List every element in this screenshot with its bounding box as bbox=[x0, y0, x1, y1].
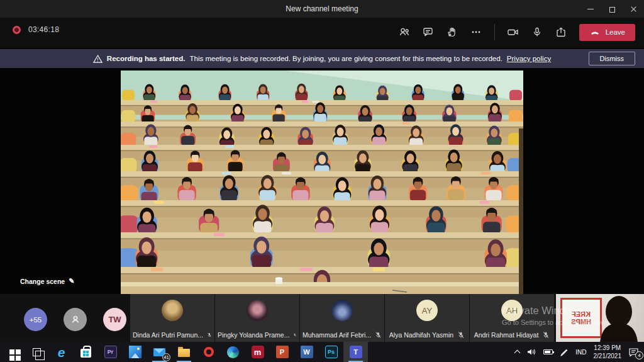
leave-button[interactable]: Leave bbox=[579, 24, 635, 41]
guest-avatar-bubble[interactable] bbox=[64, 308, 87, 331]
close-icon bbox=[630, 6, 637, 13]
mic-muted-icon bbox=[375, 331, 382, 339]
camera-toggle-button[interactable] bbox=[504, 23, 523, 42]
more-options-button[interactable] bbox=[467, 23, 486, 42]
taskbar-start-icon[interactable] bbox=[0, 342, 25, 362]
tray-chevron-icon[interactable] bbox=[514, 350, 521, 356]
participant-tile[interactable]: Pingky Yolanda Prame... bbox=[215, 294, 299, 342]
taskbar-premiere-icon[interactable]: Pr bbox=[98, 342, 123, 362]
notification-count-badge: 4 bbox=[635, 351, 643, 359]
clock-time: 12:39 PM bbox=[594, 344, 622, 352]
taskbar-photoshop-icon[interactable]: Ps bbox=[319, 342, 343, 362]
dismiss-button[interactable]: Dismiss bbox=[589, 52, 636, 65]
taskbar-teams-icon[interactable]: T bbox=[343, 342, 368, 362]
meeting-timer: 03:46:18 bbox=[28, 25, 59, 34]
together-mode-scene bbox=[121, 71, 523, 294]
participant-name: Muhammad Arif Febri... bbox=[303, 331, 371, 339]
mic-muted-icon bbox=[293, 331, 297, 339]
windows-taskbar: ePr41mPWPsT IND 12:39 PM 2/21/2021 4 bbox=[0, 342, 644, 362]
participant-tile[interactable]: AY Alya Nadhifah Yasmin bbox=[385, 294, 469, 342]
teams-meeting-window: New channel meeting 03:46:18 bbox=[0, 0, 644, 362]
minimize-icon bbox=[587, 9, 594, 9]
taskbar-file-explorer-icon[interactable] bbox=[172, 342, 196, 362]
meeting-toolbar: 03:46:18 bbox=[0, 18, 644, 48]
participant-tile[interactable]: Muhammad Arif Febri... bbox=[300, 294, 384, 342]
language-indicator[interactable]: IND bbox=[575, 349, 586, 356]
leave-label: Leave bbox=[606, 28, 625, 36]
mic-muted-icon bbox=[542, 331, 550, 339]
volume-icon[interactable] bbox=[526, 348, 536, 356]
banner-title: Recording has started. bbox=[107, 55, 186, 62]
taskbar-internet-explorer-icon[interactable]: e bbox=[49, 342, 74, 362]
taskbar-opera-icon[interactable] bbox=[196, 342, 221, 362]
share-screen-button[interactable] bbox=[552, 23, 570, 42]
banner-message: This meeting is being recorded. By joini… bbox=[189, 55, 502, 62]
pen-icon[interactable] bbox=[560, 348, 569, 356]
participant-name: Alya Nadhifah Yasmin bbox=[389, 331, 453, 339]
participant-filmstrip: +55 TW Dinda Ari Putri Pamun... Pingky Y… bbox=[0, 294, 644, 342]
show-participants-button[interactable] bbox=[395, 23, 414, 42]
close-button[interactable] bbox=[623, 0, 644, 18]
participant-name: Andri Rahmat Hidayat bbox=[474, 331, 539, 339]
participant-tile[interactable]: AH Andri Rahmat Hidayat bbox=[470, 294, 554, 342]
window-title: New channel meeting bbox=[0, 0, 644, 18]
taskbar-mendeley-icon[interactable]: m bbox=[245, 342, 270, 362]
toolbar-divider bbox=[494, 24, 495, 40]
taskbar-store-icon[interactable] bbox=[74, 342, 98, 362]
action-center-button[interactable]: 4 bbox=[628, 348, 639, 357]
battery-icon[interactable] bbox=[543, 349, 553, 354]
warning-icon bbox=[93, 54, 103, 64]
chat-button[interactable] bbox=[419, 23, 438, 42]
taskbar-mail-icon[interactable]: 41 bbox=[147, 342, 172, 362]
unread-count-badge: 41 bbox=[162, 353, 170, 361]
camera-icon bbox=[506, 26, 520, 38]
raise-hand-icon bbox=[446, 26, 458, 38]
title-bar: New channel meeting bbox=[0, 0, 644, 18]
taskbar-word-icon[interactable]: W bbox=[294, 342, 319, 362]
recording-banner: Recording has started. This meeting is b… bbox=[0, 49, 644, 68]
share-icon bbox=[555, 26, 567, 38]
taskbar-photos-icon[interactable] bbox=[123, 342, 147, 362]
taskbar-powerpoint-icon[interactable]: P bbox=[270, 342, 294, 362]
taskbar-edge-icon[interactable] bbox=[221, 342, 245, 362]
maximize-button[interactable] bbox=[601, 0, 623, 18]
poster-text: KREF HMPS bbox=[565, 310, 597, 325]
participant-name: Dinda Ari Putri Pamun... bbox=[133, 331, 203, 339]
raise-hand-button[interactable] bbox=[443, 23, 462, 42]
taskbar-apps: ePr41mPWPsT bbox=[0, 342, 368, 362]
hang-up-icon bbox=[589, 28, 601, 36]
mic-muted-icon bbox=[457, 331, 465, 339]
person-icon bbox=[69, 314, 82, 326]
restore-icon bbox=[609, 7, 615, 13]
pencil-icon: ✎ bbox=[69, 277, 74, 285]
taskbar-clock[interactable]: 12:39 PM 2/21/2021 bbox=[594, 344, 622, 360]
change-scene-label: Change scene bbox=[20, 278, 65, 285]
self-video-person bbox=[594, 295, 640, 342]
clock-date: 2/21/2021 bbox=[594, 352, 622, 360]
avatar bbox=[162, 300, 183, 321]
avatar-initials: AY bbox=[416, 300, 438, 321]
initials-avatar-bubble[interactable]: TW bbox=[103, 308, 126, 331]
avatar bbox=[247, 300, 268, 321]
avatar bbox=[331, 300, 353, 321]
mic-icon bbox=[531, 26, 543, 38]
more-options-icon bbox=[470, 26, 482, 38]
taskbar-task-view-icon[interactable] bbox=[25, 342, 49, 362]
overflow-participants-bubble[interactable]: +55 bbox=[24, 308, 47, 331]
chat-icon bbox=[422, 26, 435, 38]
mic-toggle-button[interactable] bbox=[528, 23, 547, 42]
meeting-stage: Change scene ✎ bbox=[0, 68, 644, 294]
self-video-tile[interactable]: KREF HMPS bbox=[556, 294, 644, 342]
change-scene-button[interactable]: Change scene ✎ bbox=[20, 277, 74, 285]
participant-tile[interactable]: Dinda Ari Putri Pamun... bbox=[130, 294, 214, 342]
participant-name: Pingky Yolanda Prame... bbox=[218, 331, 289, 339]
mic-muted-icon bbox=[207, 331, 212, 339]
avatar-initials: AH bbox=[501, 300, 523, 321]
privacy-policy-link[interactable]: Privacy policy bbox=[507, 55, 551, 62]
participants-icon bbox=[398, 26, 411, 38]
recording-indicator-icon bbox=[13, 26, 21, 34]
system-tray: IND 12:39 PM 2/21/2021 4 bbox=[515, 342, 644, 362]
minimize-button[interactable] bbox=[580, 0, 601, 18]
